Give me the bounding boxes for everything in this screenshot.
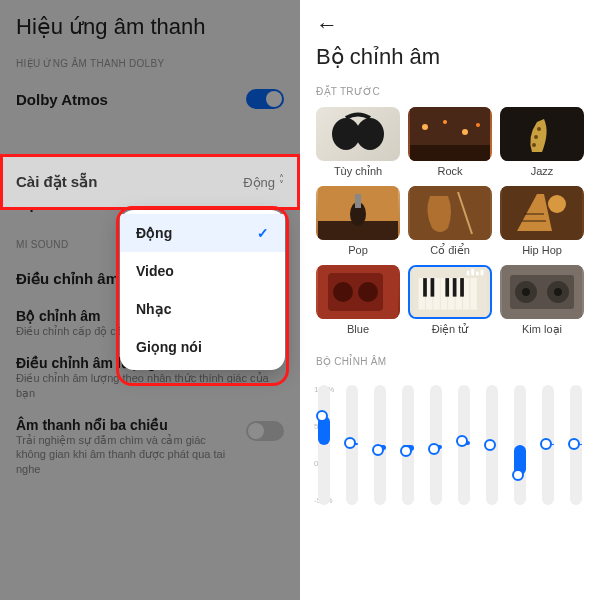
svg-point-10 bbox=[534, 135, 538, 139]
preset-row[interactable]: Cài đặt sẵn Động ˄˅ bbox=[0, 156, 300, 208]
tile-hiphop[interactable]: Hip Hop bbox=[500, 186, 584, 257]
svg-rect-29 bbox=[433, 278, 439, 309]
svg-rect-37 bbox=[445, 278, 449, 297]
svg-rect-43 bbox=[481, 270, 484, 276]
eq-band-1[interactable] bbox=[318, 385, 330, 505]
tile-pop[interactable]: Pop bbox=[316, 186, 400, 257]
svg-point-11 bbox=[537, 127, 541, 131]
preset-dropdown: Động ✓ Video Nhạc Giọng nói bbox=[120, 210, 285, 370]
eq-band-4[interactable] bbox=[402, 385, 414, 505]
svg-point-6 bbox=[476, 123, 480, 127]
tile-metal[interactable]: Kim loại bbox=[500, 265, 584, 336]
sound-effects-screen: Hiệu ứng âm thanh HIỆU ỨNG ÂM THANH DOLB… bbox=[0, 0, 300, 600]
tile-classical[interactable]: Cổ điển bbox=[408, 186, 492, 257]
svg-rect-34 bbox=[470, 278, 476, 309]
dropdown-item-giongno[interactable]: Giọng nói bbox=[120, 328, 285, 366]
eq-band-6[interactable] bbox=[458, 385, 470, 505]
dropdown-item-dong[interactable]: Động ✓ bbox=[120, 214, 285, 252]
svg-rect-39 bbox=[460, 278, 464, 297]
svg-rect-38 bbox=[453, 278, 457, 297]
svg-rect-36 bbox=[431, 278, 435, 297]
equalizer-sliders: 100% 50% 0 -50% bbox=[316, 385, 584, 505]
svg-point-9 bbox=[532, 143, 536, 147]
eq-band-7[interactable] bbox=[486, 385, 498, 505]
svg-rect-35 bbox=[423, 278, 427, 297]
updown-icon: ˄˅ bbox=[279, 176, 284, 188]
svg-rect-40 bbox=[467, 271, 470, 276]
svg-point-48 bbox=[522, 288, 530, 296]
tile-custom[interactable]: Tùy chỉnh bbox=[316, 107, 400, 178]
eq-band-10[interactable] bbox=[570, 385, 582, 505]
section-preset: ĐẶT TRƯỚC bbox=[316, 86, 584, 97]
svg-rect-42 bbox=[476, 272, 479, 276]
tile-rock[interactable]: Rock bbox=[408, 107, 492, 178]
svg-rect-15 bbox=[355, 194, 361, 208]
eq-band-8[interactable] bbox=[514, 385, 526, 505]
svg-rect-7 bbox=[410, 145, 490, 161]
svg-rect-33 bbox=[463, 278, 469, 309]
eq-band-2[interactable] bbox=[346, 385, 358, 505]
tile-jazz[interactable]: Jazz bbox=[500, 107, 584, 178]
eq-page-title: Bộ chỉnh âm bbox=[316, 44, 584, 70]
tile-blue[interactable]: Blue bbox=[316, 265, 400, 336]
tile-electronic[interactable]: Điện tử bbox=[408, 265, 492, 336]
eq-band-5[interactable] bbox=[430, 385, 442, 505]
eq-band-9[interactable] bbox=[542, 385, 554, 505]
svg-point-19 bbox=[548, 195, 566, 213]
equalizer-screen: ← Bộ chỉnh âm ĐẶT TRƯỚC Tùy chỉnh Rock J bbox=[300, 0, 600, 600]
dropdown-item-nhac[interactable]: Nhạc bbox=[120, 290, 285, 328]
preset-label: Cài đặt sẵn bbox=[16, 173, 97, 191]
svg-point-25 bbox=[358, 282, 378, 302]
section-eq: BỘ CHỈNH ÂM bbox=[316, 356, 584, 367]
eq-band-3[interactable] bbox=[374, 385, 386, 505]
svg-point-0 bbox=[332, 118, 360, 150]
preset-value: Động ˄˅ bbox=[243, 175, 284, 190]
dropdown-item-video[interactable]: Video bbox=[120, 252, 285, 290]
svg-rect-41 bbox=[471, 269, 474, 275]
svg-point-3 bbox=[422, 124, 428, 130]
svg-point-49 bbox=[554, 288, 562, 296]
check-icon: ✓ bbox=[257, 225, 269, 241]
svg-point-24 bbox=[333, 282, 353, 302]
svg-point-5 bbox=[462, 129, 468, 135]
back-arrow-icon[interactable]: ← bbox=[316, 12, 584, 38]
svg-point-4 bbox=[443, 120, 447, 124]
svg-point-1 bbox=[356, 118, 384, 150]
preset-grid: Tùy chỉnh Rock Jazz Pop bbox=[316, 107, 584, 336]
